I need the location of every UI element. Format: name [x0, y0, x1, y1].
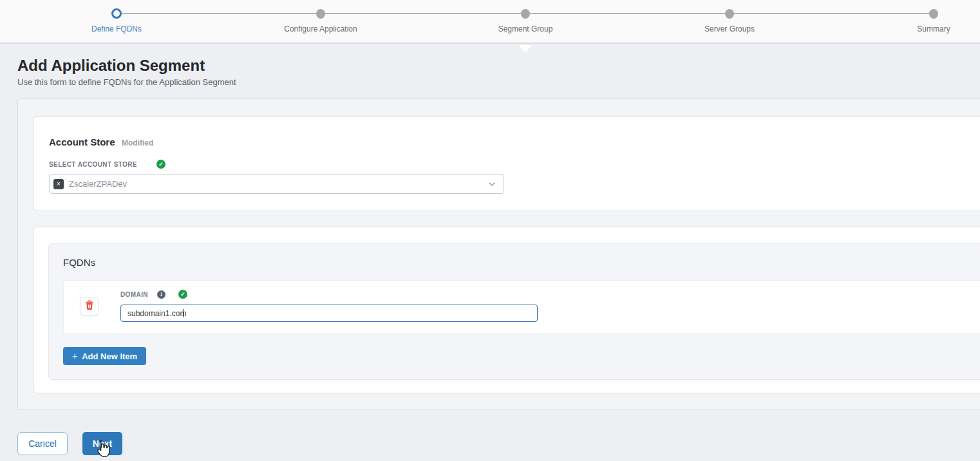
step-dot	[929, 9, 938, 19]
account-store-selected-value: ZscalerZPADev	[69, 179, 127, 189]
step-label: Configure Application	[266, 24, 375, 33]
delete-row-button[interactable]	[80, 297, 99, 315]
plus-icon: +	[72, 351, 77, 361]
account-store-heading: Account Store	[49, 136, 115, 147]
fqdns-heading: FQDNs	[63, 257, 980, 268]
step-server-groups[interactable]: Server Groups	[675, 0, 784, 33]
remove-tag-icon[interactable]: ×	[53, 179, 64, 189]
trash-icon	[85, 300, 94, 312]
stepper-caret-icon	[518, 45, 532, 52]
step-label: Summary	[879, 24, 980, 33]
step-segment-group[interactable]: Segment Group	[471, 0, 580, 33]
form-panel: Account Store Modified SELECT ACCOUNT ST…	[17, 99, 980, 410]
select-account-store-label: SELECT ACCOUNT STORE	[49, 161, 137, 168]
account-store-card: Account Store Modified SELECT ACCOUNT ST…	[33, 117, 980, 211]
add-new-item-button[interactable]: + Add New Item	[63, 347, 146, 365]
text-cursor	[184, 309, 184, 317]
step-summary[interactable]: Summary	[879, 0, 980, 33]
step-label: Define FQDNs	[62, 24, 171, 33]
wizard-footer: Cancel Next	[17, 432, 980, 455]
info-icon[interactable]: i	[157, 290, 165, 299]
page-title: Add Application Segment	[17, 57, 980, 75]
fqdn-row: DOMAIN i ✓	[63, 280, 980, 334]
chevron-down-icon[interactable]	[488, 182, 496, 187]
add-new-item-label: Add New Item	[82, 352, 137, 361]
fqdns-card: FQDNs	[33, 227, 980, 393]
account-store-select[interactable]: × ZscalerZPADev	[49, 174, 504, 194]
step-define-fqdns[interactable]: Define FQDNs	[62, 0, 171, 33]
page-subtitle: Use this form to define FQDNs for the Ap…	[17, 77, 980, 87]
modified-badge: Modified	[122, 138, 153, 147]
step-dot	[521, 9, 530, 19]
step-dot	[316, 9, 325, 19]
next-button-label: Next	[93, 438, 112, 449]
step-label: Server Groups	[675, 24, 784, 33]
step-configure-application[interactable]: Configure Application	[266, 0, 375, 33]
domain-label: DOMAIN	[120, 291, 148, 298]
check-circle-icon: ✓	[156, 160, 165, 169]
step-label: Segment Group	[471, 24, 580, 33]
step-dot-active	[111, 8, 122, 19]
wizard-stepper: Define FQDNs Configure Application Segme…	[0, 0, 980, 44]
cancel-button[interactable]: Cancel	[17, 432, 68, 455]
fqdns-section: FQDNs	[48, 243, 980, 380]
next-button[interactable]: Next	[82, 432, 122, 455]
step-dot	[725, 9, 734, 19]
check-circle-icon: ✓	[178, 290, 187, 299]
